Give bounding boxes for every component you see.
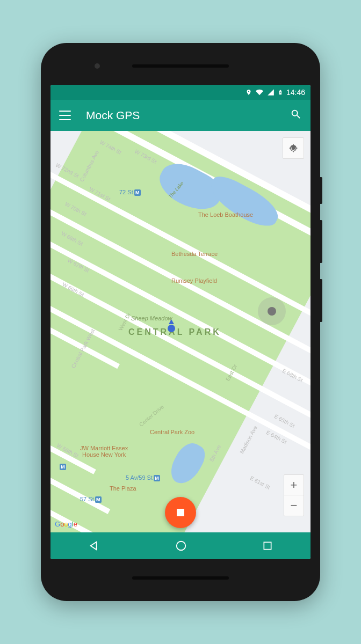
- status-time: 14:46: [286, 88, 305, 97]
- zoom-in-button[interactable]: +: [284, 475, 304, 495]
- crosshair-icon: [288, 143, 299, 153]
- poi-label: Bethesda Terrace: [171, 251, 218, 257]
- svg-point-0: [177, 541, 186, 551]
- recent-apps-button[interactable]: [262, 540, 273, 551]
- poi-label: The Plaza: [110, 485, 136, 492]
- battery-charging-icon: [278, 88, 283, 97]
- device-side-button: [320, 279, 322, 322]
- menu-button[interactable]: [59, 111, 71, 120]
- stop-fab[interactable]: [165, 497, 196, 528]
- mock-location-marker[interactable]: [168, 325, 175, 332]
- poi-label: Central Park Zoo: [150, 429, 194, 435]
- transit-label: 5 Av/59 StM: [126, 474, 160, 481]
- transit-label: 72 StM: [119, 189, 141, 196]
- svg-rect-1: [264, 542, 271, 549]
- location-pin-icon: [246, 88, 252, 97]
- stop-icon: [177, 509, 184, 516]
- street-label: E 61st St: [249, 475, 271, 491]
- device-frame: 14:46 Mock GPS W 74th St: [41, 43, 320, 601]
- map-attribution: Google: [55, 520, 77, 528]
- search-icon: [290, 108, 302, 120]
- poi-label: The Loeb Boathouse: [198, 211, 253, 218]
- poi-label: JW Marriott Essex House New York: [80, 445, 128, 458]
- poi-label: Sheep Meadow: [131, 315, 172, 321]
- transit-label: 57 StM: [80, 496, 102, 503]
- street-label: Madison Ave: [239, 425, 258, 455]
- zoom-controls: + −: [284, 474, 304, 516]
- poi-label: Rumsey Playfield: [171, 277, 217, 284]
- my-location-button[interactable]: [283, 137, 304, 159]
- device-camera: [95, 63, 100, 69]
- back-button[interactable]: [88, 540, 100, 552]
- app-title: Mock GPS: [86, 109, 290, 122]
- screen: 14:46 Mock GPS W 74th St: [50, 85, 311, 559]
- metro-icon: M: [59, 461, 66, 471]
- status-bar: 14:46: [50, 85, 311, 100]
- android-nav-bar: [50, 532, 311, 559]
- wifi-icon: [255, 89, 264, 96]
- device-side-button: [320, 177, 322, 204]
- real-location-dot: [258, 297, 286, 325]
- app-bar: Mock GPS: [50, 100, 311, 131]
- device-side-button: [320, 220, 322, 263]
- home-button[interactable]: [175, 540, 187, 552]
- signal-icon: [267, 89, 275, 96]
- search-button[interactable]: [290, 108, 302, 122]
- map[interactable]: W 74th St W 73rd St W 72nd St W 71st St …: [50, 131, 311, 532]
- zoom-out-button[interactable]: −: [284, 495, 304, 516]
